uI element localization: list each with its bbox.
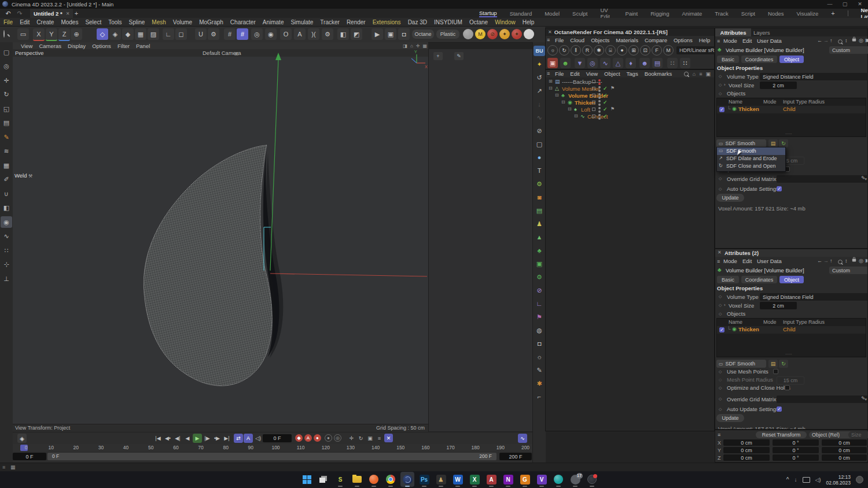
refresh-icon[interactable]: ↻ — [779, 139, 788, 147]
viewport-menu-view[interactable]: View — [21, 43, 32, 49]
attr-target-icon[interactable]: ◎ — [859, 258, 863, 264]
move-tool[interactable]: ✛ — [1, 75, 12, 86]
layer-square[interactable] — [592, 80, 595, 83]
position-field[interactable]: 0 cm — [723, 447, 770, 453]
om-home-icon[interactable]: ⌂ — [693, 71, 696, 77]
cloth-icon[interactable]: ▼ — [575, 58, 585, 68]
override-dropdown[interactable] — [777, 175, 868, 183]
layout-tab-visualize[interactable]: Visualize — [796, 10, 818, 17]
voxel-size-field[interactable]: 2 cm — [760, 302, 797, 309]
object-row-volume-mesher[interactable]: ⊟△Volume Mesher✓⚑ — [546, 86, 714, 93]
om-menu-view[interactable]: View — [586, 71, 598, 77]
attr-lock-icon[interactable] — [852, 39, 856, 42]
annotation-icon[interactable]: ⚑ — [534, 312, 545, 322]
auto-update-checkbox[interactable]: ✓ — [777, 186, 782, 191]
snap-key-button[interactable]: A — [244, 434, 253, 443]
object-row-volume-builder[interactable]: ⊟♣Volume Builder✓ — [546, 93, 714, 99]
document-tab[interactable]: Untitled 2 * ✕ — [30, 9, 73, 18]
menu-animate[interactable]: Animate — [263, 19, 284, 25]
preset-dropdown[interactable]: Custom — [829, 267, 868, 274]
layout-tab-startup[interactable]: Startup — [479, 10, 497, 17]
attr-target-icon[interactable]: ◎ — [859, 38, 863, 43]
visibility-dot-top[interactable] — [598, 114, 601, 116]
object-row-connect[interactable]: ⊟∿Connect✓ — [546, 113, 714, 120]
viewport-view-label[interactable]: Perspective — [15, 50, 44, 56]
layer-square[interactable] — [592, 114, 595, 118]
deformer-icon[interactable]: ⚙ — [534, 272, 545, 282]
menu-render[interactable]: Render — [347, 19, 366, 25]
pick-view-icon[interactable]: ✎ — [454, 52, 464, 60]
visibility-dot-top[interactable] — [598, 86, 601, 88]
polygon-mode-icon[interactable]: ◆ — [122, 28, 134, 40]
keyframe-icon[interactable]: ◈ — [17, 434, 27, 443]
volume-mesher-icon[interactable]: ▣ — [534, 258, 545, 269]
layer-square[interactable] — [592, 101, 595, 104]
record-objects-button[interactable]: ● — [314, 434, 321, 442]
viewport-menu-panel[interactable]: Panel — [136, 43, 150, 49]
range-end-box[interactable]: 200 F — [499, 453, 532, 460]
menu-select[interactable]: Select — [85, 19, 101, 25]
panel-menu-icon[interactable]: ≡ — [717, 258, 720, 264]
refresh-icon[interactable]: ↻ — [779, 360, 788, 368]
update-button[interactable]: Update — [716, 414, 744, 422]
current-frame-field[interactable]: 0 F — [263, 434, 292, 442]
undo-icon[interactable]: ↶ — [3, 9, 13, 17]
close-panel-icon[interactable]: ✕ — [718, 250, 722, 255]
next-key-button[interactable]: •▶ — [212, 434, 222, 443]
keyframe-presets-button[interactable]: ◎ — [334, 434, 341, 442]
balloon-icon[interactable]: ◎ — [587, 58, 598, 68]
reset-transform-button[interactable]: Reset Transform — [756, 431, 807, 438]
lock-y-button[interactable]: Y — [46, 28, 57, 41]
rectangle-spline-icon[interactable]: ▢ — [534, 139, 545, 149]
expand-caret[interactable]: › — [724, 302, 726, 308]
attr-filter-icon[interactable]: ↕ — [845, 258, 848, 264]
planar-workplane-icon[interactable]: ◻ — [175, 28, 187, 40]
texture-mode-icon[interactable]: ▨ — [148, 28, 159, 40]
layout-tab-rigging[interactable]: Rigging — [650, 10, 669, 17]
tray-clock[interactable]: 12:13 02.08.2023 — [826, 474, 851, 486]
picture-viewer-icon[interactable]: ⊡ — [640, 45, 650, 56]
focus-picker-icon[interactable]: F — [652, 45, 662, 56]
tool-options-icon[interactable]: ⚙ — [322, 28, 333, 40]
flame-icon[interactable]: ♦ — [626, 58, 636, 68]
stage-light-icon[interactable]: ☼ — [534, 352, 545, 362]
render-settings-icon[interactable]: ◉ — [265, 28, 277, 40]
play-button[interactable]: ▶ — [193, 434, 202, 443]
add-folder-icon[interactable]: ▤ — [768, 360, 778, 368]
cinema4d-icon[interactable] — [400, 472, 414, 487]
nav-up-icon[interactable]: ↑ — [830, 258, 833, 264]
viewport-menu-filter[interactable]: Filter — [117, 43, 130, 49]
nav-back-icon[interactable]: ← — [817, 38, 822, 43]
layout-tab-script[interactable]: Script — [741, 10, 755, 17]
knife-tool[interactable]: ✎ — [1, 131, 12, 143]
octane-menu-materials[interactable]: Materials — [616, 37, 638, 43]
octane-plugin-icon[interactable]: ✦ — [534, 59, 545, 69]
loop-cut-tool[interactable]: ≋ — [1, 146, 12, 157]
polygon-pen-tool[interactable]: ▦ — [1, 160, 12, 171]
menu-spline[interactable]: Spline — [129, 19, 145, 25]
tab-object[interactable]: Object — [779, 56, 804, 63]
menu-tracker[interactable]: Tracker — [320, 19, 340, 25]
nav-forward-icon[interactable]: → — [823, 258, 829, 264]
live-selection-tool[interactable]: ◎ — [1, 61, 12, 72]
rotate-tool[interactable]: ↻ — [1, 89, 12, 101]
dropdown-item-sdf-close-and-open[interactable]: ↻SDF Close and Open — [717, 162, 785, 170]
hanger-icon[interactable]: △ — [613, 58, 623, 68]
export-icon[interactable]: ↗ — [534, 86, 545, 96]
visibility-dot-bottom[interactable] — [598, 83, 601, 85]
autokey-button[interactable]: A — [304, 434, 312, 442]
attr-menu-mode[interactable]: Mode — [723, 258, 737, 264]
onenote-icon[interactable]: N — [501, 472, 515, 487]
octane-render-button[interactable]: Octane — [412, 29, 434, 39]
pause-render-icon[interactable]: ‖ — [571, 45, 581, 56]
model-mode-icon[interactable]: ▦ — [135, 28, 146, 40]
om-filter-icon[interactable]: ≡ — [699, 71, 702, 77]
camera-swap-icon[interactable]: ▣ — [234, 51, 239, 56]
region-render-icon[interactable]: R — [582, 45, 593, 56]
fcurve-button[interactable]: ∿ — [518, 434, 527, 443]
task-view-button[interactable] — [317, 472, 330, 487]
range-start-box[interactable]: 0 F — [13, 453, 46, 460]
scale-field[interactable]: 0 cm — [822, 454, 867, 461]
object-row-loft[interactable]: ⊟♠Loft✓⚑ — [546, 106, 714, 113]
visibility-dot-bottom[interactable] — [598, 103, 601, 106]
